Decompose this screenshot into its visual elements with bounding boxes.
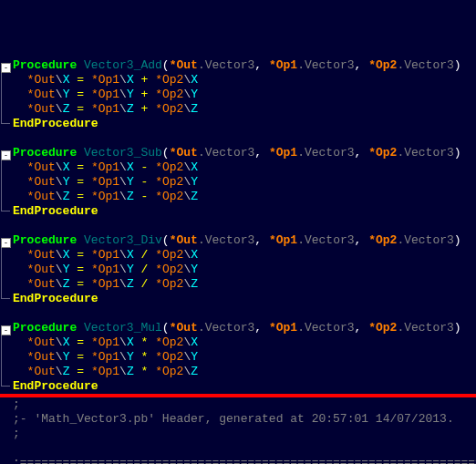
type-name: Vector3	[205, 58, 255, 72]
blank-line	[13, 306, 476, 321]
fold-toggle[interactable]: -	[1, 238, 11, 248]
pointer-var: *Op2	[155, 73, 183, 87]
field-name: Y	[127, 88, 134, 101]
pointer-param: *Op1	[269, 233, 297, 247]
keyword-procedure: Procedure	[13, 233, 77, 247]
procedure-body-line: *Out\X = *Op1\X * *Op2\X	[13, 335, 476, 350]
end-procedure: EndProcedure	[13, 379, 476, 394]
type-name: Vector3	[205, 233, 255, 247]
field-name: Y	[191, 175, 198, 189]
field-name: Z	[191, 190, 198, 203]
procedure-body-line: *Out\Z = *Op1\Z - *Op2\Z	[13, 190, 476, 204]
pointer-param: *Op2	[368, 321, 397, 335]
paren-close: )	[454, 233, 461, 247]
fold-toggle[interactable]: -	[1, 63, 11, 73]
field-name: Y	[127, 350, 134, 364]
code-area-upper[interactable]: Procedure Vector3_Add(*Out.Vector3, *Op1…	[13, 58, 476, 394]
pointer-var: *Op2	[155, 102, 183, 116]
procedure-body-line: *Out\X = *Op1\X + *Op2\X	[13, 73, 476, 88]
field-name: Y	[127, 175, 134, 189]
fold-line	[1, 88, 10, 102]
fold-line	[1, 204, 10, 211]
field-name: Z	[127, 365, 134, 378]
pointer-var: *Op1	[91, 88, 119, 101]
pointer-param: *Out	[170, 233, 198, 247]
procedure-signature: Procedure Vector3_Mul(*Out.Vector3, *Op1…	[13, 321, 476, 335]
pointer-param: *Op2	[368, 146, 397, 160]
function-name: Vector3_Mul	[84, 321, 162, 335]
type-name: Vector3	[404, 321, 454, 335]
fold-line	[1, 190, 10, 204]
pointer-var: *Out	[27, 88, 56, 101]
pointer-var: *Out	[27, 248, 56, 262]
code-editor[interactable]: ----Procedure Vector3_Add(*Out.Vector3, …	[0, 58, 476, 464]
field-name: Y	[191, 350, 198, 364]
field-name: X	[127, 335, 134, 349]
comment-line: ;=======================================…	[13, 456, 476, 464]
field-name: Y	[191, 88, 198, 101]
code-area-lower[interactable]: ;;- 'Math_Vector3.pb' Header, generated …	[0, 397, 476, 464]
pointer-var: *Op2	[155, 335, 183, 349]
field-name: X	[191, 335, 198, 349]
fold-line	[1, 73, 10, 88]
function-name: Vector3_Div	[84, 233, 162, 247]
assign-op: =	[77, 263, 84, 276]
keyword-procedure: Procedure	[13, 146, 77, 160]
pointer-var: *Op1	[91, 175, 119, 189]
keyword-endprocedure: EndProcedure	[13, 379, 98, 393]
field-name: X	[127, 248, 134, 262]
fold-toggle[interactable]: -	[1, 150, 11, 160]
field-name: X	[191, 160, 198, 174]
pointer-var: *Out	[27, 277, 56, 291]
function-name: Vector3_Add	[84, 58, 162, 72]
pointer-var: *Op1	[91, 248, 119, 262]
pointer-var: *Op2	[155, 175, 183, 189]
type-name: Vector3	[305, 58, 355, 72]
procedure-body-line: *Out\Z = *Op1\Z * *Op2\Z	[13, 365, 476, 379]
comment: ;	[13, 397, 20, 411]
header-comment: ;- 'Math_Vector3.pb' Header, generated a…	[13, 412, 454, 426]
procedure-body-line: *Out\X = *Op1\X - *Op2\X	[13, 160, 476, 175]
pointer-param: *Op2	[368, 233, 397, 247]
type-name: Vector3	[305, 146, 355, 160]
assign-op: =	[77, 160, 84, 174]
pointer-var: *Op1	[91, 335, 119, 349]
field-name: X	[191, 248, 198, 262]
blank-line	[13, 131, 476, 146]
pointer-var: *Op1	[91, 277, 119, 291]
pointer-var: *Out	[27, 263, 56, 276]
pointer-var: *Op1	[91, 263, 119, 276]
pointer-var: *Out	[27, 160, 56, 174]
procedure-signature: Procedure Vector3_Div(*Out.Vector3, *Op1…	[13, 233, 476, 248]
pointer-var: *Out	[27, 73, 56, 87]
pointer-var: *Op1	[91, 73, 119, 87]
procedure-body-line: *Out\Y = *Op1\Y * *Op2\Y	[13, 350, 476, 365]
fold-line	[1, 160, 10, 175]
pointer-var: *Op2	[155, 277, 183, 291]
pointer-param: *Op1	[269, 321, 297, 335]
fold-toggle[interactable]: -	[1, 325, 11, 335]
pointer-var: *Op1	[91, 160, 119, 174]
pointer-var: *Op2	[155, 365, 183, 378]
fold-line	[1, 292, 10, 299]
assign-op: =	[77, 365, 84, 378]
field-name: Z	[127, 277, 134, 291]
procedure-body-line: *Out\Y = *Op1\Y + *Op2\Y	[13, 88, 476, 102]
field-name: Y	[127, 263, 134, 276]
fold-line	[1, 117, 10, 124]
comment-line: ;	[13, 397, 476, 412]
pointer-var: *Op1	[91, 365, 119, 378]
procedure-body-line: *Out\Y = *Op1\Y - *Op2\Y	[13, 175, 476, 190]
paren-close: )	[454, 146, 461, 160]
pointer-var: *Op2	[155, 88, 183, 101]
field-name: Z	[191, 365, 198, 378]
keyword-endprocedure: EndProcedure	[13, 292, 98, 305]
function-name: Vector3_Sub	[84, 146, 162, 160]
paren-open: (	[162, 58, 170, 72]
assign-op: =	[77, 190, 84, 203]
type-name: Vector3	[404, 146, 454, 160]
assign-op: =	[77, 335, 84, 349]
field-name: X	[191, 73, 198, 87]
field-name: Y	[191, 263, 198, 276]
procedure-signature: Procedure Vector3_Sub(*Out.Vector3, *Op1…	[13, 146, 476, 160]
